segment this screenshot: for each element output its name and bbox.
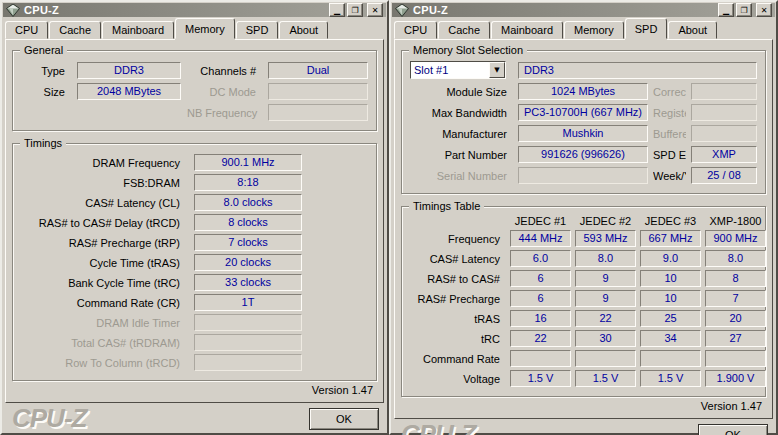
ok-button[interactable]: OK bbox=[309, 408, 379, 430]
nb-frequency-field bbox=[268, 104, 368, 121]
row-label-cas-latency: CAS# Latency bbox=[409, 253, 506, 265]
table-cell: 34 bbox=[640, 330, 701, 347]
maximize-button[interactable]: ❐ bbox=[347, 3, 363, 17]
buffered-label: Buffered bbox=[653, 128, 686, 140]
close-button[interactable]: ✕ bbox=[367, 3, 383, 17]
ras-precharge-label: RAS# Precharge (tRP) bbox=[21, 237, 186, 249]
registered-field bbox=[691, 104, 757, 121]
max-bandwidth-field: PC3-10700H (667 MHz) bbox=[518, 104, 648, 121]
nb-frequency-label: NB Frequency bbox=[187, 107, 262, 119]
type-field: DDR3 bbox=[77, 62, 181, 79]
tab-mainboard[interactable]: Mainboard bbox=[102, 21, 174, 39]
memory-slot-selection-group: Memory Slot Selection Slot #1 ▼ DDR3 Mod… bbox=[401, 50, 766, 194]
chevron-down-icon[interactable]: ▼ bbox=[489, 62, 505, 78]
slot-type-field: DDR3 bbox=[518, 62, 757, 79]
minimize-button[interactable]: ▁ bbox=[329, 3, 345, 17]
dram-idle-timer-label: DRAM Idle Timer bbox=[21, 317, 186, 329]
table-cell: 27 bbox=[705, 330, 766, 347]
column-header-xmp: XMP-1800 bbox=[705, 215, 766, 227]
tab-cache[interactable]: Cache bbox=[438, 21, 490, 39]
part-number-label: Part Number bbox=[410, 149, 513, 161]
ras-to-cas-field: 8 clocks bbox=[194, 214, 302, 231]
total-cas-label: Total CAS# (tRDRAM) bbox=[21, 337, 186, 349]
window-controls: ▁ ❐ ✕ bbox=[718, 3, 772, 17]
cas-latency-label: CAS# Latency (CL) bbox=[21, 197, 186, 209]
fsb-dram-label: FSB:DRAM bbox=[21, 177, 186, 189]
maximize-button[interactable]: ❐ bbox=[736, 3, 752, 17]
table-cell: 30 bbox=[575, 330, 636, 347]
tab-mainboard[interactable]: Mainboard bbox=[491, 21, 563, 39]
dram-frequency-label: DRAM Frequency bbox=[21, 157, 186, 169]
maximize-icon: ❐ bbox=[351, 6, 358, 15]
row-label-trc: tRC bbox=[409, 333, 506, 345]
close-button[interactable]: ✕ bbox=[756, 3, 772, 17]
cpuz-logo: CPU-Z bbox=[12, 403, 309, 434]
column-header-jedec3: JEDEC #3 bbox=[640, 215, 701, 227]
cpuz-window-memory: CPU-Z ▁ ❐ ✕ CPU Cache Mainboard Memory S… bbox=[0, 0, 389, 435]
cpuz-logo: CPU-Z bbox=[401, 419, 698, 435]
tab-cpu[interactable]: CPU bbox=[5, 21, 48, 39]
total-cas-field bbox=[194, 334, 302, 351]
table-cell bbox=[640, 350, 701, 367]
row-label-frequency: Frequency bbox=[409, 233, 506, 245]
size-field: 2048 MBytes bbox=[77, 83, 181, 100]
correction-field bbox=[691, 83, 757, 100]
cpuz-app-icon bbox=[395, 4, 409, 17]
version-text: Version 1.47 bbox=[12, 381, 377, 400]
maximize-icon: ❐ bbox=[740, 6, 747, 15]
column-header-jedec2: JEDEC #2 bbox=[575, 215, 636, 227]
tab-about[interactable]: About bbox=[279, 21, 328, 39]
fsb-dram-field: 8:18 bbox=[194, 174, 302, 191]
buffered-field bbox=[691, 125, 757, 142]
memory-slot-selection-title: Memory Slot Selection bbox=[409, 44, 527, 56]
channels-field: Dual bbox=[268, 62, 368, 79]
tab-memory[interactable]: Memory bbox=[175, 18, 235, 39]
command-rate-field: 1T bbox=[194, 294, 302, 311]
manufacturer-label: Manufacturer bbox=[410, 128, 513, 140]
window-title: CPU-Z bbox=[24, 4, 325, 16]
week-year-field: 25 / 08 bbox=[691, 167, 757, 184]
table-cell: 7 bbox=[705, 290, 766, 307]
table-cell: 20 bbox=[705, 310, 766, 327]
general-group: General Type DDR3 Channels # Dual Size 2… bbox=[12, 50, 377, 131]
trc-field: 33 clocks bbox=[194, 274, 302, 291]
table-cell bbox=[705, 350, 766, 367]
table-cell: 10 bbox=[640, 290, 701, 307]
titlebar[interactable]: CPU-Z ▁ ❐ ✕ bbox=[392, 3, 775, 17]
serial-number-label: Serial Number bbox=[410, 170, 513, 182]
row-to-column-label: Row To Column (tRCD) bbox=[21, 357, 186, 369]
tab-spd[interactable]: SPD bbox=[236, 21, 279, 39]
table-cell: 593 MHz bbox=[575, 230, 636, 247]
registered-label: Registered bbox=[653, 107, 686, 119]
table-cell: 16 bbox=[510, 310, 571, 327]
tab-spd[interactable]: SPD bbox=[625, 18, 668, 39]
window-controls: ▁ ❐ ✕ bbox=[329, 3, 383, 17]
type-label: Type bbox=[21, 65, 71, 77]
table-cell: 1.5 V bbox=[640, 370, 701, 387]
ras-precharge-field: 7 clocks bbox=[194, 234, 302, 251]
row-to-column-field bbox=[194, 354, 302, 371]
tab-cpu[interactable]: CPU bbox=[394, 21, 437, 39]
tab-memory[interactable]: Memory bbox=[564, 21, 624, 39]
tab-strip: CPU Cache Mainboard Memory SPD About bbox=[391, 17, 776, 39]
minimize-button[interactable]: ▁ bbox=[718, 3, 734, 17]
row-label-ras-to-cas: RAS# to CAS# bbox=[409, 273, 506, 285]
row-label-voltage: Voltage bbox=[409, 373, 506, 385]
table-cell: 9.0 bbox=[640, 250, 701, 267]
ok-button[interactable]: OK bbox=[698, 424, 768, 435]
tab-about[interactable]: About bbox=[668, 21, 717, 39]
module-size-field: 1024 MBytes bbox=[518, 83, 648, 100]
memory-slot-select[interactable]: Slot #1 ▼ bbox=[410, 61, 506, 79]
command-rate-label: Command Rate (CR) bbox=[21, 297, 186, 309]
titlebar[interactable]: CPU-Z ▁ ❐ ✕ bbox=[3, 3, 386, 17]
tab-strip: CPU Cache Mainboard Memory SPD About bbox=[2, 17, 387, 39]
timings-table-group: Timings Table JEDEC #1 JEDEC #2 JEDEC #3… bbox=[401, 206, 766, 397]
spd-ext-field: XMP bbox=[691, 146, 757, 163]
row-label-command-rate: Command Rate bbox=[409, 353, 506, 365]
spd-ext-label: SPD Ext. bbox=[653, 149, 686, 161]
table-cell: 900 MHz bbox=[705, 230, 766, 247]
manufacturer-field: Mushkin bbox=[518, 125, 648, 142]
column-header-jedec1: JEDEC #1 bbox=[510, 215, 571, 227]
tab-cache[interactable]: Cache bbox=[49, 21, 101, 39]
dram-frequency-field: 900.1 MHz bbox=[194, 154, 302, 171]
